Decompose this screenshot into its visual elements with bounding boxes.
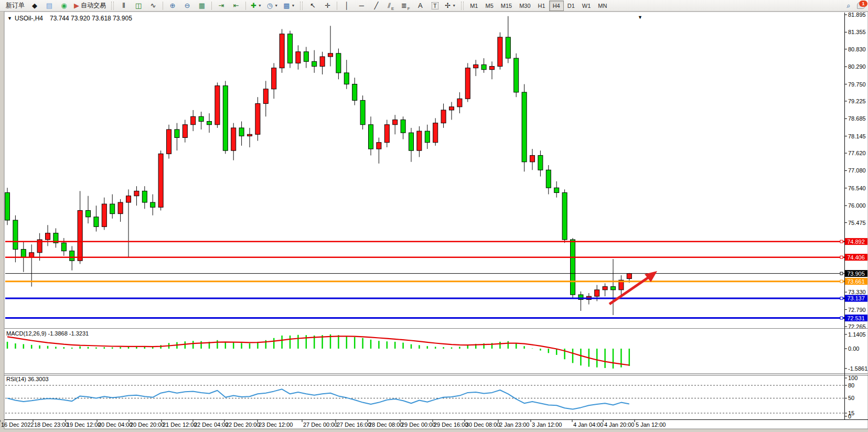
time-axis-label: 16 Dec 2022 <box>1 422 34 428</box>
price-axis-label: 80.830 <box>848 46 866 52</box>
line-handle[interactable] <box>840 272 843 275</box>
toolbar-separator <box>163 2 163 10</box>
chart-window: 74.89274.40673.90573.66173.13772.53181.8… <box>0 12 868 432</box>
new-order-button[interactable]: 新订单 <box>2 0 27 12</box>
candle-body <box>611 287 616 290</box>
time-axis-label: 20 Dec 20:00 <box>130 422 164 428</box>
timeframe-mn[interactable]: MN <box>594 1 610 11</box>
candle-body <box>46 233 50 240</box>
candle-body <box>134 191 139 196</box>
price-level-label: 74.892 <box>847 239 865 245</box>
templates-button[interactable]: ▩▼ <box>281 0 297 12</box>
vertical-line-icon[interactable]: │ <box>340 0 353 12</box>
candle-body <box>506 37 510 58</box>
candle-body <box>78 210 82 261</box>
time-axis-label: 4 Jan 04:00 <box>573 422 604 428</box>
icon-sub-label: E <box>391 6 394 11</box>
timeframe-w1[interactable]: W1 <box>578 1 595 11</box>
chat-icon[interactable]: 1 <box>856 1 866 10</box>
gold-bars-icon[interactable]: ◆ <box>28 0 41 12</box>
candle-body <box>248 134 252 136</box>
indicators-button[interactable]: ✚▼ <box>249 0 264 12</box>
horizontal-line-icon[interactable]: ─ <box>355 0 368 12</box>
fibonacci-icon: ≣ <box>401 2 407 9</box>
tile-windows-icon[interactable]: ▦ <box>195 0 209 12</box>
cursor-icon[interactable]: ↖ <box>306 0 319 12</box>
candle-body <box>562 192 567 240</box>
candlestick-chart-icon: ◫ <box>135 2 142 9</box>
search-icon[interactable]: ⌕ <box>842 0 855 12</box>
periods-button: ◷ <box>267 2 273 9</box>
line-chart-icon[interactable]: ∿ <box>146 0 160 12</box>
periods-button[interactable]: ◷▼ <box>265 0 280 12</box>
candle-body <box>312 61 317 66</box>
timeframe-h4[interactable]: H4 <box>549 1 564 11</box>
rsi-axis-label: 80 <box>848 382 854 388</box>
candlestick-chart-icon[interactable]: ◫ <box>132 0 145 12</box>
symbol-dropdown-icon[interactable]: ▼ <box>7 16 12 21</box>
zoom-out-icon[interactable]: ⊖ <box>180 0 194 12</box>
toolbar-grip[interactable] <box>111 2 114 10</box>
price-axis-label: 81.355 <box>848 29 866 35</box>
timeframe-d1[interactable]: D1 <box>564 1 578 11</box>
line-handle[interactable] <box>840 297 843 300</box>
zoom-out-icon: ⊖ <box>185 2 190 9</box>
candle-body <box>118 202 123 214</box>
crosshair-icon[interactable]: ✛ <box>320 0 334 12</box>
rsi-indicator-label: RSI(14) 36.3003 <box>6 376 49 382</box>
timeframe-h1[interactable]: H1 <box>534 1 549 11</box>
price-axis-label: 79.225 <box>848 98 866 104</box>
timeframe-m30[interactable]: M30 <box>516 1 534 11</box>
auto-scroll-icon[interactable]: ⇥ <box>215 0 228 12</box>
candle-body <box>158 154 163 207</box>
signals-icon[interactable]: ◉ <box>57 0 71 12</box>
candle-body <box>223 86 228 151</box>
candle-body <box>393 120 398 124</box>
chart-shift-marker[interactable]: ▼ <box>638 15 642 20</box>
time-axis-label: 27 Dec 16:00 <box>337 422 371 428</box>
candle-body <box>481 64 486 69</box>
signals-icon: ◉ <box>61 2 67 9</box>
candle-body <box>417 131 422 150</box>
trendline-icon[interactable]: ╱ <box>369 0 383 12</box>
charts-profile-icon[interactable]: ▤ <box>42 0 56 12</box>
chart-shift-icon[interactable]: ⇤ <box>229 0 243 12</box>
candle-body <box>490 67 495 70</box>
fibonacci-icon[interactable]: ≣F <box>399 0 412 12</box>
horizontal-line-icon: ─ <box>359 2 364 9</box>
time-axis-label: 29 Dec 16:00 <box>434 422 468 428</box>
time-axis-label: 28 Dec 08:00 <box>369 422 403 428</box>
text-label-icon[interactable]: T <box>428 0 442 12</box>
timeframe-m5[interactable]: M5 <box>481 1 497 11</box>
macd-indicator-label: MACD(12,26,9) -1.3868 -1.3231 <box>6 330 89 337</box>
arrows-button[interactable]: ✢▼ <box>443 0 458 12</box>
toolbar-grip[interactable] <box>461 2 464 10</box>
line-handle[interactable] <box>840 280 843 283</box>
crosshair-icon: ✛ <box>325 2 330 9</box>
line-handle[interactable] <box>840 317 843 319</box>
timeframe-m15[interactable]: M15 <box>497 1 516 11</box>
zoom-in-icon[interactable]: ⊕ <box>166 0 179 12</box>
autotrading-button[interactable]: ▶自动交易 <box>72 0 108 12</box>
toolbar: 新订单◆▤◉▶自动交易⫴◫∿⊕⊖▦⇥⇤✚▼◷▼▩▼↖✛│─╱⫽E≣FAT✢▼M1… <box>0 0 868 12</box>
line-handle[interactable] <box>840 240 843 243</box>
line-handle[interactable] <box>840 256 843 258</box>
timeframe-m1[interactable]: M1 <box>466 1 481 11</box>
price-axis-label: 79.750 <box>848 81 866 88</box>
tile-windows-icon: ▦ <box>199 2 205 9</box>
text-icon: A <box>418 2 423 9</box>
candle-body <box>183 125 187 138</box>
candle-body <box>344 73 349 84</box>
candle-body <box>457 99 462 106</box>
equidistant-channel-icon[interactable]: ⫽E <box>384 0 398 12</box>
toolbar-grip[interactable] <box>300 2 303 10</box>
price-level-label: 73.137 <box>847 295 865 301</box>
candle-body <box>465 68 470 99</box>
candle-body <box>280 34 284 68</box>
time-axis-label: 18 Dec 23:00 <box>34 422 68 428</box>
text-icon[interactable]: A <box>413 0 427 12</box>
trendline-icon: ╱ <box>374 2 378 9</box>
bar-chart-icon[interactable]: ⫴ <box>117 0 131 12</box>
time-axis-label: 22 Dec 04:00 <box>194 422 228 428</box>
line-chart-icon: ∿ <box>151 2 156 9</box>
